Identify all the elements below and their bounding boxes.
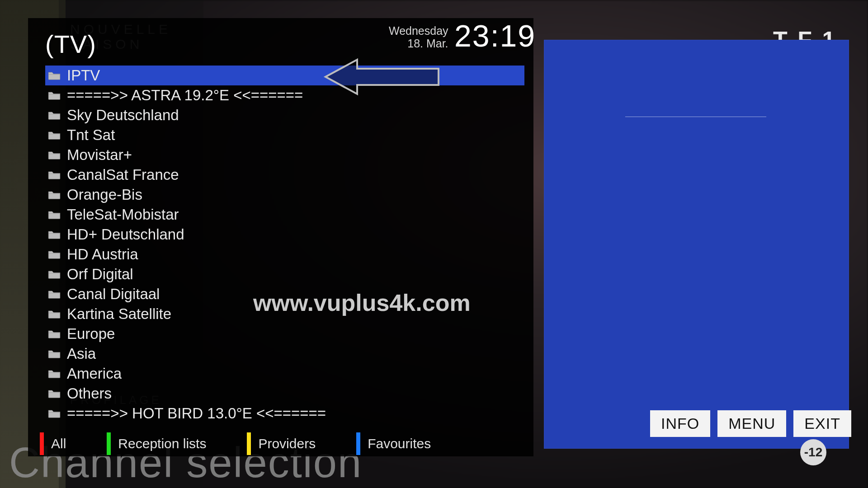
list-item[interactable]: America — [45, 364, 524, 384]
list-item-label: Sky Deutschland — [67, 107, 179, 124]
list-item-label: HD Austria — [67, 246, 138, 263]
list-item-label: Asia — [67, 345, 96, 362]
folder-icon — [48, 269, 61, 279]
list-item-label: Movistar+ — [67, 146, 132, 164]
list-item-label: CanalSat France — [67, 166, 179, 183]
info-button[interactable]: INFO — [650, 410, 710, 437]
folder-icon — [48, 70, 61, 80]
list-item-label: =====>> HOT BIRD 13.0°E <<====== — [67, 405, 326, 422]
exit-button[interactable]: EXIT — [793, 410, 851, 437]
weekday-label: Wednesday — [389, 24, 448, 37]
blue-stripe-icon — [356, 432, 360, 455]
color-key-blue[interactable]: Favourites — [356, 432, 431, 455]
color-key-red-label: All — [51, 436, 66, 451]
list-item[interactable]: TeleSat-Mobistar — [45, 205, 524, 225]
list-item-label: Kartina Satellite — [67, 305, 171, 323]
bouquet-list[interactable]: IPTV =====>> ASTRA 19.2°E <<====== Sky D… — [45, 66, 524, 423]
folder-icon — [48, 130, 61, 140]
list-item[interactable]: CanalSat France — [45, 165, 524, 185]
folder-icon — [48, 329, 61, 339]
list-item[interactable]: Orf Digital — [45, 264, 524, 284]
color-key-blue-label: Favourites — [368, 436, 431, 451]
preview-divider — [625, 117, 766, 117]
list-item-label: Tnt Sat — [67, 127, 115, 144]
list-item-label: Orf Digital — [67, 266, 133, 283]
folder-icon — [48, 389, 61, 399]
list-item-label: TeleSat-Mobistar — [67, 206, 179, 223]
list-item-label: IPTV — [67, 67, 100, 84]
list-item[interactable]: Europe — [45, 324, 524, 344]
green-stripe-icon — [107, 432, 111, 455]
list-item[interactable]: Movistar+ — [45, 145, 524, 165]
folder-icon — [48, 249, 61, 259]
watermark-text: www.vuplus4k.com — [253, 289, 471, 316]
folder-icon — [48, 230, 61, 239]
panel-title: (TV) — [45, 29, 96, 59]
list-item[interactable]: Sky Deutschland — [45, 105, 524, 125]
red-stripe-icon — [40, 432, 44, 455]
list-item-label: Canal Digitaal — [67, 286, 160, 303]
folder-icon — [48, 210, 61, 220]
date-label: 18. Mar. — [407, 37, 448, 50]
list-item[interactable]: Others — [45, 384, 524, 404]
list-item[interactable]: HD Austria — [45, 244, 524, 264]
yellow-stripe-icon — [247, 432, 251, 455]
preview-pane — [544, 40, 849, 449]
menu-button[interactable]: MENU — [717, 410, 786, 437]
age-rating-badge: -12 — [800, 439, 826, 465]
list-item[interactable]: Asia — [45, 344, 524, 364]
folder-icon — [48, 110, 61, 120]
color-key-green[interactable]: Reception lists — [107, 432, 206, 455]
folder-icon — [48, 150, 61, 160]
preview-buttons: INFO MENU EXIT — [650, 410, 851, 437]
folder-icon — [48, 90, 61, 100]
list-item-label: HD+ Deutschland — [67, 226, 184, 243]
folder-icon — [48, 190, 61, 200]
folder-icon — [48, 170, 61, 180]
date-block: Wednesday 18. Mar. — [389, 25, 448, 50]
list-item[interactable]: Orange-Bis — [45, 185, 524, 205]
folder-icon — [48, 408, 61, 418]
list-item[interactable]: IPTV — [45, 66, 524, 85]
color-key-yellow-label: Providers — [258, 436, 316, 451]
list-item-label: Orange-Bis — [67, 186, 142, 203]
list-item-label: America — [67, 365, 122, 382]
list-item-label: =====>> ASTRA 19.2°E <<====== — [67, 87, 303, 104]
color-key-green-label: Reception lists — [118, 436, 206, 451]
color-key-red[interactable]: All — [40, 432, 66, 455]
list-item[interactable]: =====>> ASTRA 19.2°E <<====== — [45, 85, 524, 105]
color-key-bar: All Reception lists Providers Favourites — [40, 432, 472, 455]
list-item-label: Others — [67, 385, 112, 402]
folder-icon — [48, 349, 61, 359]
list-item[interactable]: Tnt Sat — [45, 125, 524, 145]
list-item[interactable]: HD+ Deutschland — [45, 225, 524, 244]
list-item[interactable]: =====>> HOT BIRD 13.0°E <<====== — [45, 404, 524, 423]
color-key-yellow[interactable]: Providers — [247, 432, 316, 455]
folder-icon — [48, 369, 61, 379]
screen: NOUVELLE SAISON PROFILAGE Channel select… — [0, 0, 868, 488]
list-item-label: Europe — [67, 325, 115, 343]
folder-icon — [48, 309, 61, 319]
folder-icon — [48, 289, 61, 299]
clock: 23:19 — [454, 18, 536, 53]
